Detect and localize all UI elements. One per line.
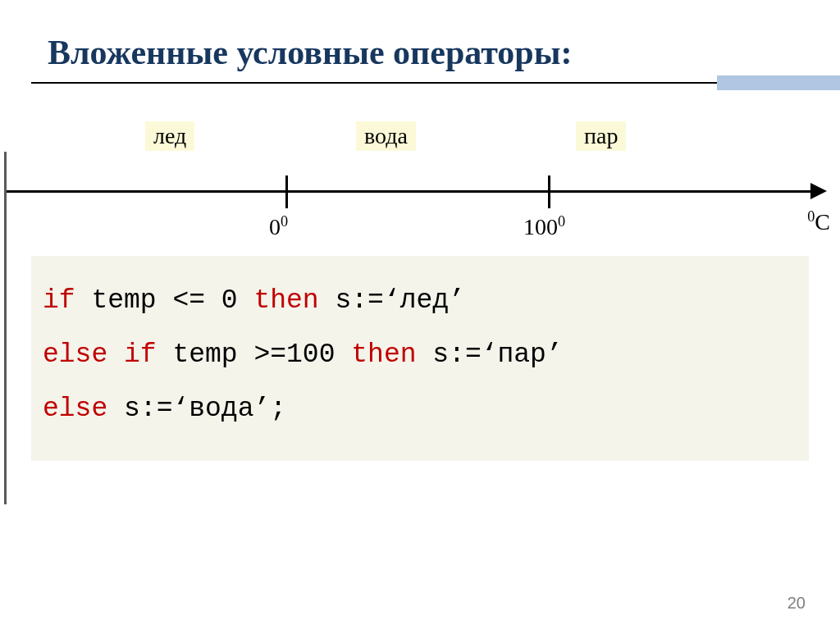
title-rule xyxy=(31,79,809,89)
code-line-1: if temp <= 0 then s:=‘лед’ xyxy=(43,274,797,328)
state-labels-row: лед вода пар xyxy=(31,121,809,154)
kw-then: then xyxy=(253,285,318,316)
kw-then: then xyxy=(351,340,416,370)
tick-hundred-base: 100 xyxy=(523,214,558,239)
kw-if: if xyxy=(43,285,75,316)
code-seg: temp <= 0 xyxy=(75,285,254,316)
slide-title: Вложенные условные операторы: xyxy=(48,33,809,72)
number-line-axis xyxy=(7,190,817,193)
code-line-3: else s:=‘вода’; xyxy=(43,382,797,436)
state-label-ice: лед xyxy=(145,121,194,151)
title-accent-tab xyxy=(717,75,840,90)
state-label-steam: пар xyxy=(576,121,626,151)
kw-else: else xyxy=(43,394,107,424)
tick-hundred xyxy=(548,175,550,208)
axis-unit-base: С xyxy=(815,209,830,235)
code-line-2: else if temp >=100 then s:=‘пар’ xyxy=(43,328,797,382)
tick-hundred-sup: 0 xyxy=(558,213,565,230)
tick-label-hundred: 1000 xyxy=(523,213,565,240)
code-seg: temp >=100 xyxy=(157,340,352,370)
tick-zero-sup: 0 xyxy=(281,213,288,230)
kw-else: else xyxy=(43,340,107,370)
tick-zero-base: 0 xyxy=(269,214,281,239)
page-number: 20 xyxy=(788,594,806,613)
tick-zero xyxy=(285,175,288,208)
slide: Вложенные условные операторы: лед вода п… xyxy=(0,0,840,629)
code-seg: s:=‘пар’ xyxy=(417,340,563,370)
kw-if: if xyxy=(124,340,157,370)
code-seg xyxy=(107,340,124,370)
axis-unit-sup: 0 xyxy=(807,208,815,225)
arrow-right-icon xyxy=(810,183,827,199)
code-block: if temp <= 0 then s:=‘лед’ else if temp … xyxy=(31,256,809,461)
tick-label-zero: 00 xyxy=(269,213,288,240)
title-underline xyxy=(31,82,809,84)
state-label-water: вода xyxy=(356,121,416,151)
axis-unit-label: 0С xyxy=(807,208,830,235)
code-seg: s:=‘лед’ xyxy=(319,285,465,316)
number-line: 00 1000 0С xyxy=(7,169,832,226)
code-seg: s:=‘вода’; xyxy=(107,394,286,424)
